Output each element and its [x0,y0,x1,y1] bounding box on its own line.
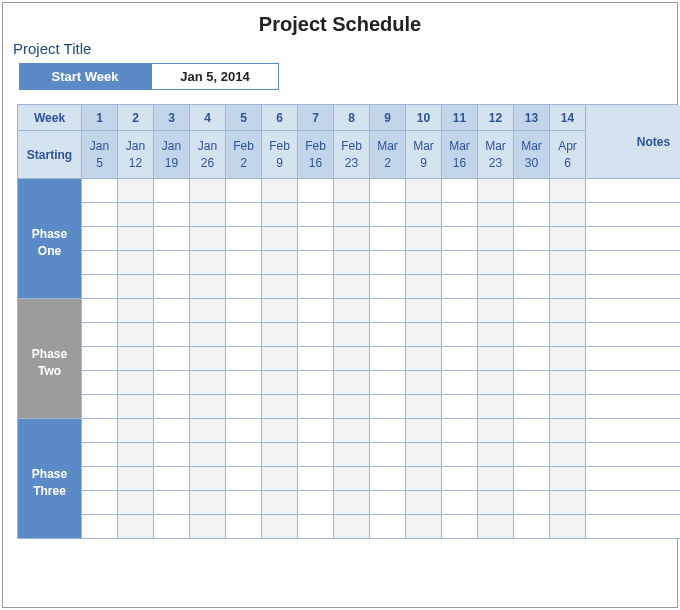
cell[interactable] [406,179,442,203]
cell[interactable] [154,227,190,251]
notes-cell[interactable] [586,371,680,395]
cell[interactable] [478,371,514,395]
cell[interactable] [478,395,514,419]
cell[interactable] [118,299,154,323]
cell[interactable] [334,347,370,371]
cell[interactable] [550,491,586,515]
cell[interactable] [550,371,586,395]
cell[interactable] [478,467,514,491]
cell[interactable] [514,347,550,371]
notes-cell[interactable] [586,347,680,371]
cell[interactable] [82,275,118,299]
cell[interactable] [82,443,118,467]
cell[interactable] [190,491,226,515]
cell[interactable] [190,419,226,443]
cell[interactable] [118,395,154,419]
cell[interactable] [478,299,514,323]
cell[interactable] [514,299,550,323]
cell[interactable] [298,347,334,371]
cell[interactable] [190,347,226,371]
cell[interactable] [334,467,370,491]
cell[interactable] [514,227,550,251]
cell[interactable] [298,251,334,275]
cell[interactable] [370,443,406,467]
cell[interactable] [334,251,370,275]
notes-cell[interactable] [586,491,680,515]
cell[interactable] [154,419,190,443]
cell[interactable] [298,395,334,419]
cell[interactable] [334,419,370,443]
cell[interactable] [478,203,514,227]
cell[interactable] [370,299,406,323]
cell[interactable] [154,179,190,203]
cell[interactable] [370,467,406,491]
cell[interactable] [514,203,550,227]
cell[interactable] [514,371,550,395]
cell[interactable] [226,515,262,539]
cell[interactable] [370,227,406,251]
notes-cell[interactable] [586,227,680,251]
cell[interactable] [154,515,190,539]
cell[interactable] [262,443,298,467]
cell[interactable] [334,179,370,203]
cell[interactable] [118,419,154,443]
notes-cell[interactable] [586,203,680,227]
cell[interactable] [154,203,190,227]
cell[interactable] [298,491,334,515]
cell[interactable] [550,227,586,251]
cell[interactable] [262,515,298,539]
cell[interactable] [406,467,442,491]
cell[interactable] [298,515,334,539]
cell[interactable] [442,443,478,467]
cell[interactable] [514,251,550,275]
cell[interactable] [190,227,226,251]
cell[interactable] [334,299,370,323]
cell[interactable] [406,491,442,515]
cell[interactable] [118,347,154,371]
cell[interactable] [154,491,190,515]
cell[interactable] [334,371,370,395]
cell[interactable] [442,323,478,347]
cell[interactable] [442,467,478,491]
cell[interactable] [262,395,298,419]
cell[interactable] [226,179,262,203]
cell[interactable] [334,275,370,299]
notes-cell[interactable] [586,251,680,275]
cell[interactable] [370,323,406,347]
cell[interactable] [154,299,190,323]
cell[interactable] [190,179,226,203]
cell[interactable] [82,203,118,227]
cell[interactable] [478,275,514,299]
cell[interactable] [82,251,118,275]
cell[interactable] [154,443,190,467]
cell[interactable] [442,515,478,539]
cell[interactable] [190,443,226,467]
cell[interactable] [370,251,406,275]
cell[interactable] [550,347,586,371]
cell[interactable] [190,203,226,227]
cell[interactable] [262,251,298,275]
cell[interactable] [226,419,262,443]
cell[interactable] [478,227,514,251]
cell[interactable] [82,491,118,515]
cell[interactable] [118,491,154,515]
cell[interactable] [262,179,298,203]
cell[interactable] [298,299,334,323]
cell[interactable] [154,251,190,275]
cell[interactable] [478,251,514,275]
cell[interactable] [82,395,118,419]
cell[interactable] [262,299,298,323]
cell[interactable] [370,515,406,539]
cell[interactable] [118,443,154,467]
cell[interactable] [118,251,154,275]
cell[interactable] [298,203,334,227]
cell[interactable] [262,467,298,491]
cell[interactable] [406,251,442,275]
cell[interactable] [334,443,370,467]
cell[interactable] [514,395,550,419]
cell[interactable] [82,227,118,251]
cell[interactable] [118,467,154,491]
cell[interactable] [442,395,478,419]
cell[interactable] [478,443,514,467]
cell[interactable] [478,515,514,539]
